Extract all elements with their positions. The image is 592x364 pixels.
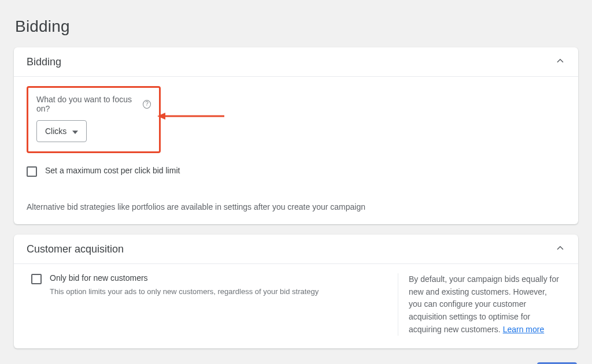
- max-cpc-row: Set a maximum cost per click bid limit: [27, 166, 565, 177]
- acquisition-info-panel: By default, your campaign bids equally f…: [398, 273, 565, 336]
- bidding-header-label: Bidding: [27, 56, 61, 68]
- only-new-row: Only bid for new customers This option l…: [31, 273, 386, 296]
- bidding-card-header[interactable]: Bidding: [14, 47, 578, 77]
- footer-actions: Next: [14, 359, 578, 364]
- acquisition-left: Only bid for new customers This option l…: [31, 273, 398, 336]
- focus-dropdown[interactable]: Clicks: [36, 120, 87, 142]
- caret-down-icon: [72, 127, 78, 136]
- bidding-card: Bidding What do you want to focus on? ? …: [14, 47, 578, 224]
- chevron-up-icon: [555, 55, 565, 68]
- focus-label: What do you want to focus on?: [36, 95, 139, 113]
- chevron-up-icon: [555, 243, 565, 255]
- acquisition-header-label: Customer acquisition: [27, 243, 124, 255]
- only-new-checkbox[interactable]: [31, 274, 42, 284]
- focus-dropdown-value: Clicks: [45, 127, 66, 136]
- only-new-subtext: This option limits your ads to only new …: [50, 287, 319, 296]
- max-cpc-checkbox[interactable]: [27, 166, 37, 177]
- annotation-highlight-box: What do you want to focus on? ? Clicks: [27, 86, 161, 153]
- only-new-label: Only bid for new customers: [50, 273, 319, 283]
- annotation-arrow-icon: [157, 110, 227, 122]
- acquisition-card-header[interactable]: Customer acquisition: [14, 235, 578, 264]
- bidding-card-body: What do you want to focus on? ? Clicks S…: [14, 77, 578, 224]
- acquisition-card-body: Only bid for new customers This option l…: [14, 264, 578, 348]
- help-icon[interactable]: ?: [143, 100, 151, 109]
- page-title: Bidding: [15, 17, 578, 36]
- customer-acquisition-card: Customer acquisition Only bid for new cu…: [14, 235, 578, 348]
- max-cpc-label: Set a maximum cost per click bid limit: [45, 166, 180, 175]
- focus-label-row: What do you want to focus on? ?: [36, 95, 151, 113]
- alt-strategies-text: Alternative bid strategies like portfoli…: [27, 202, 565, 211]
- learn-more-link[interactable]: Learn more: [503, 325, 545, 334]
